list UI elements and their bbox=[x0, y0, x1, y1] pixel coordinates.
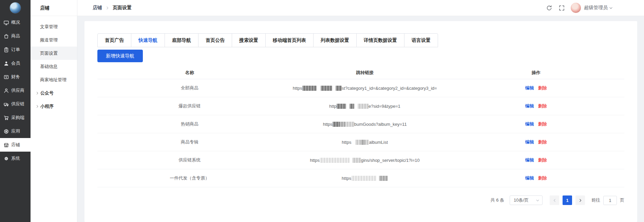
row-actions: 编辑删除 bbox=[448, 139, 624, 145]
tab-search-settings[interactable]: 搜索设置 bbox=[232, 34, 265, 47]
submenu-item-basic-info[interactable]: 基础信息 bbox=[31, 60, 77, 73]
main-area: 店铺 页面设置 超级管理员 首页 bbox=[77, 0, 644, 222]
row-actions: 编辑删除 bbox=[448, 85, 624, 91]
edit-link[interactable]: 编辑 bbox=[525, 103, 534, 108]
sidebar-item-goods[interactable]: 商品 bbox=[0, 29, 31, 43]
header-link: 跳转链接 bbox=[282, 70, 448, 76]
submenu-item-page-settings[interactable]: 页面设置 bbox=[31, 47, 77, 60]
edit-link[interactable]: 编辑 bbox=[525, 139, 534, 144]
sidebar-item-overview[interactable]: 概况 bbox=[0, 16, 31, 29]
submenu-item-channels[interactable]: 频道管理 bbox=[31, 33, 77, 47]
submenu-item-label: 文章管理 bbox=[40, 24, 58, 30]
workspace: 首页广告 快速导航 底部导航 首页公告 搜索设置 移动端首页列表 列表数据设置 … bbox=[77, 16, 644, 222]
pagination-goto: 前往 页 bbox=[591, 196, 624, 205]
submenu-item-mini-program[interactable]: 小程序 bbox=[31, 100, 77, 113]
edit-link[interactable]: 编辑 bbox=[525, 175, 534, 181]
redacted-segment bbox=[337, 104, 346, 109]
nav-name: 爆款供应链 bbox=[97, 103, 282, 109]
tab-footer-nav[interactable]: 底部导航 bbox=[165, 34, 198, 47]
delete-link[interactable]: 删除 bbox=[538, 139, 547, 144]
tab-home-notice[interactable]: 首页公告 bbox=[198, 34, 232, 47]
breadcrumb-root[interactable]: 店铺 bbox=[93, 5, 102, 11]
edit-link[interactable]: 编辑 bbox=[525, 85, 534, 90]
nav-name: 全部商品 bbox=[97, 85, 282, 91]
edit-link[interactable]: 编辑 bbox=[525, 157, 534, 163]
order-icon bbox=[4, 47, 9, 52]
delete-link[interactable]: 删除 bbox=[538, 121, 547, 126]
tab-language-settings[interactable]: 语言设置 bbox=[404, 34, 438, 47]
submenu-item-label: 公众号 bbox=[40, 90, 54, 96]
next-page-button[interactable] bbox=[575, 195, 585, 205]
nav-link: httpe?sid=9&type=1 bbox=[282, 104, 448, 109]
goto-label: 前往 bbox=[591, 197, 600, 203]
chevron-right-icon bbox=[36, 105, 39, 108]
chevron-down-icon bbox=[609, 6, 613, 10]
submenu-item-articles[interactable]: 文章管理 bbox=[31, 20, 77, 33]
secondary-sidebar: 店铺 文章管理 频道管理 页面设置 基础信息 商家地址管理 公众号 小程序 bbox=[31, 0, 77, 222]
admin-app: 概况 商品 订单 会员 财务 供应商 供应链 采购端 bbox=[0, 0, 644, 222]
tab-bar: 首页广告 快速导航 底部导航 首页公告 搜索设置 移动端首页列表 列表数据设置 … bbox=[97, 33, 438, 47]
sidebar-item-apps[interactable]: 应用 bbox=[0, 124, 31, 138]
site-logo[interactable] bbox=[0, 0, 31, 16]
redacted-segment bbox=[340, 122, 345, 127]
add-quick-nav-button[interactable]: 新增快速导航 bbox=[97, 50, 143, 62]
primary-sidebar: 概况 商品 订单 会员 财务 供应商 供应链 采购端 bbox=[0, 0, 31, 222]
sidebar-item-supply-chain[interactable]: 供应链 bbox=[0, 97, 31, 111]
table-row: 爆款供应链 httpe?sid=9&type=1 编辑删除 bbox=[97, 97, 624, 115]
row-actions: 编辑删除 bbox=[448, 121, 624, 127]
procurement-icon bbox=[4, 115, 9, 120]
sidebar-item-label: 店铺 bbox=[11, 142, 20, 148]
user-menu[interactable]: 超级管理员 bbox=[571, 3, 613, 13]
page-unit-label: 页 bbox=[620, 197, 624, 203]
sidebar-item-orders[interactable]: 订单 bbox=[0, 43, 31, 56]
redacted-segment bbox=[365, 140, 369, 145]
page-number-1[interactable]: 1 bbox=[563, 195, 572, 205]
sidebar-item-label: 财务 bbox=[11, 74, 20, 80]
edit-link[interactable]: 编辑 bbox=[525, 121, 534, 126]
header-action: 操作 bbox=[448, 70, 624, 76]
sidebar-item-procurement[interactable]: 采购端 bbox=[0, 111, 31, 124]
chevron-right-icon bbox=[36, 91, 39, 95]
pagination: 共 6 条 10条/页 1 前往 页 bbox=[97, 195, 624, 205]
nav-name: 热销商品 bbox=[97, 121, 282, 127]
sidebar-item-label: 供应链 bbox=[11, 101, 24, 107]
tab-list-data-settings[interactable]: 列表数据设置 bbox=[313, 34, 356, 47]
quick-nav-table: 名称 跳转链接 操作 全部商品 httpsst?category1_id=&ca… bbox=[97, 67, 624, 187]
tab-detail-data-settings[interactable]: 详情页数据设置 bbox=[356, 34, 404, 47]
prev-page-button[interactable] bbox=[550, 195, 559, 205]
delete-link[interactable]: 删除 bbox=[538, 103, 547, 108]
submenu-item-label: 基础信息 bbox=[40, 64, 58, 70]
submenu-item-label: 商家地址管理 bbox=[40, 77, 67, 83]
tab-mobile-home-list[interactable]: 移动端首页列表 bbox=[265, 34, 313, 47]
sidebar-item-system[interactable]: 系统 bbox=[0, 152, 31, 165]
member-icon bbox=[4, 61, 9, 66]
submenu-list: 文章管理 频道管理 页面设置 基础信息 商家地址管理 公众号 小程序 bbox=[31, 16, 77, 113]
submenu-item-official-account[interactable]: 公众号 bbox=[31, 86, 77, 100]
sidebar-item-members[interactable]: 会员 bbox=[0, 56, 31, 70]
fullscreen-button[interactable] bbox=[559, 5, 565, 11]
goto-page-input[interactable] bbox=[603, 196, 617, 205]
tab-quick-nav[interactable]: 快速导航 bbox=[131, 34, 165, 47]
refresh-button[interactable] bbox=[546, 5, 552, 11]
sidebar-item-shop[interactable]: 店铺 bbox=[0, 138, 31, 152]
goods-icon bbox=[4, 34, 9, 39]
sidebar-item-suppliers[interactable]: 供应商 bbox=[0, 84, 31, 97]
delete-link[interactable]: 删除 bbox=[538, 175, 547, 181]
delete-link[interactable]: 删除 bbox=[538, 157, 547, 163]
redacted-segment bbox=[379, 176, 388, 181]
nav-link: httpsst?category1_id=&category2_id=&cate… bbox=[282, 86, 448, 91]
tab-home-ads[interactable]: 首页广告 bbox=[98, 34, 131, 47]
submenu-item-label: 页面设置 bbox=[40, 50, 58, 56]
sidebar-item-finance[interactable]: 财务 bbox=[0, 70, 31, 84]
shop-icon bbox=[4, 142, 9, 148]
table-row: 一件代发（含专票） https 编辑删除 bbox=[97, 169, 624, 187]
sidebar-item-label: 概况 bbox=[11, 19, 20, 25]
delete-link[interactable]: 删除 bbox=[538, 85, 547, 90]
submenu-item-merchant-address[interactable]: 商家地址管理 bbox=[31, 73, 77, 86]
table-header-row: 名称 跳转链接 操作 bbox=[97, 67, 624, 79]
table-row: 全部商品 httpsst?category1_id=&category2_id=… bbox=[97, 79, 624, 97]
supply-chain-icon bbox=[4, 102, 9, 107]
pagination-total: 共 6 条 bbox=[491, 197, 504, 203]
submenu-title: 店铺 bbox=[31, 0, 77, 16]
page-size-select[interactable]: 10条/页 bbox=[510, 195, 543, 205]
